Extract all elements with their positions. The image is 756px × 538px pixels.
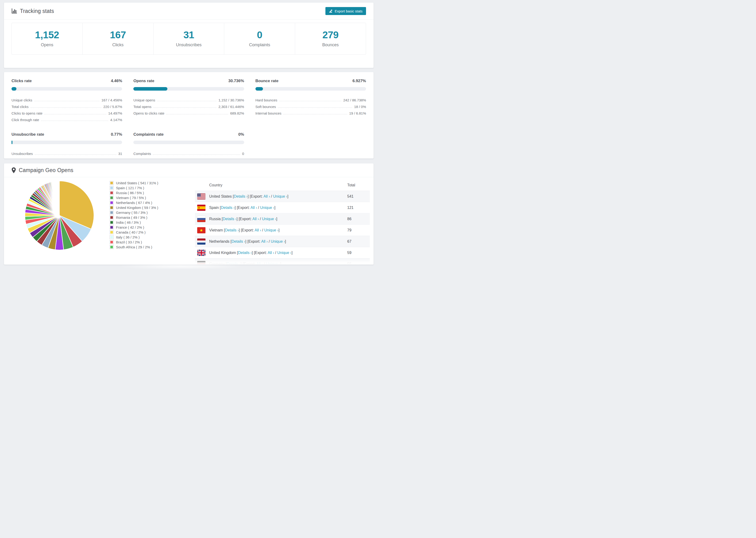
complaints-rate-bar xyxy=(134,140,244,144)
bounce-rate-bar xyxy=(255,87,366,91)
unsubscribes-count: 31 xyxy=(183,30,194,40)
rates-card: Clicks rate 4.46% Unique clicks167 / 4.4… xyxy=(4,72,374,159)
export-unique-link[interactable]: Unique › xyxy=(271,240,285,243)
legend-item: Brazil ( 33 / 2% ) xyxy=(110,240,158,244)
stat-bounces: 279 Bounces xyxy=(295,23,366,54)
legend-item: Spain ( 121 / 7% ) xyxy=(110,186,158,190)
country-total: 86 xyxy=(347,217,370,221)
metric-row: Soft bounces18 / 0% xyxy=(255,102,366,109)
metric-row: Hard bounces242 / 86.738% xyxy=(255,95,366,102)
complaints-rate-block: Complaints rate 0% Complaints0 xyxy=(134,132,244,156)
legend-item: Vietnam ( 79 / 5% ) xyxy=(110,195,158,200)
legend-item: Romania ( 49 / 3% ) xyxy=(110,215,158,220)
tracking-stats-header: Tracking stats Export basic stats xyxy=(4,3,374,20)
clicks-rate-bar xyxy=(12,87,122,91)
metric-row: Click through rate4.147% xyxy=(12,115,122,122)
details-link[interactable]: Details › xyxy=(221,206,235,210)
opens-count: 1,152 xyxy=(35,30,59,40)
clicks-count: 167 xyxy=(110,30,126,40)
page-glow xyxy=(115,264,246,269)
legend-item: United States ( 541 / 31% ) xyxy=(110,181,158,186)
campaign-geo-opens-card: Campaign Geo Opens United States ( 541 /… xyxy=(4,163,374,265)
complaints-rate-value: 0% xyxy=(238,132,244,137)
legend-item: Netherlands ( 67 / 4% ) xyxy=(110,200,158,205)
details-link[interactable]: Details › xyxy=(223,217,237,221)
flag-es-icon xyxy=(197,205,205,211)
table-row-vn: Vietnam [Details ›] [Export: All › / Uni… xyxy=(195,224,370,236)
legend-swatch xyxy=(110,191,114,195)
country-name: Vietnam xyxy=(209,228,223,232)
opens-rate-value: 30.736% xyxy=(229,79,244,83)
country-total: 67 xyxy=(347,240,370,243)
opens-rate-block: Opens rate 30.736% Unique opens1,152 / 3… xyxy=(134,79,244,122)
geo-opens-pie-chart xyxy=(24,180,95,251)
flag-ru-icon xyxy=(197,216,205,222)
export-all-link[interactable]: All › xyxy=(268,251,274,255)
flag-gb-icon xyxy=(197,250,205,256)
export-unique-link[interactable]: Unique › xyxy=(262,217,276,221)
details-link[interactable]: Details › xyxy=(234,194,248,198)
country-name: United Kingdom xyxy=(209,251,236,255)
bounce-rate-value: 6.927% xyxy=(352,79,366,83)
legend-swatch xyxy=(110,235,114,239)
legend-swatch xyxy=(110,220,114,224)
export-all-link[interactable]: All › xyxy=(250,206,257,210)
table-row-nl: Netherlands [Details ›] [Export: All › /… xyxy=(195,236,370,247)
complaints-count: 0 xyxy=(257,30,262,40)
legend-swatch xyxy=(110,240,114,244)
metric-row: Total clicks220 / 5.87% xyxy=(12,102,122,109)
legend-swatch xyxy=(110,211,114,215)
legend-swatch xyxy=(110,225,114,229)
geo-title: Campaign Geo Opens xyxy=(19,167,73,174)
export-unique-link[interactable]: Unique › xyxy=(264,228,278,232)
export-unique-link[interactable]: Unique › xyxy=(260,206,274,210)
stats-summary-row: 1,152 Opens 167 Clicks 31 Unsubscribes 0… xyxy=(12,23,366,55)
flag-nl-icon xyxy=(197,239,205,244)
table-header: Country Total xyxy=(195,180,370,190)
legend-item: Germany ( 55 / 3% ) xyxy=(110,210,158,215)
export-icon xyxy=(329,9,333,13)
legend-item: France ( 42 / 2% ) xyxy=(110,225,158,230)
country-name: United States xyxy=(209,194,232,198)
table-row-ru: Russia [Details ›] [Export: All › / Uniq… xyxy=(195,213,370,224)
country-total: 541 xyxy=(347,194,370,198)
export-unique-link[interactable]: Unique › xyxy=(273,194,287,198)
country-name: Russia xyxy=(209,217,221,221)
export-all-link[interactable]: All › xyxy=(263,194,270,198)
legend-swatch xyxy=(110,196,114,200)
metric-row: Unique opens1,152 / 30.736% xyxy=(134,95,244,102)
export-all-link[interactable]: All › xyxy=(261,240,268,243)
country-total: 79 xyxy=(347,228,370,232)
metric-row: Opens to clicks rate689.82% xyxy=(134,109,244,115)
export-all-link[interactable]: All › xyxy=(255,228,261,232)
legend-item: India ( 46 / 3% ) xyxy=(110,220,158,225)
details-link[interactable]: Details › xyxy=(238,251,252,255)
geo-country-table: Country Total United States [Details ›] … xyxy=(195,180,370,265)
table-row-gb: United Kingdom [Details ›] [Export: All … xyxy=(195,247,370,258)
clicks-rate-value: 4.46% xyxy=(111,79,122,83)
export-all-link[interactable]: All › xyxy=(252,217,259,221)
unsubscribe-rate-title: Unsubscribe rate xyxy=(12,132,44,137)
metric-row: Unsubscribes31 xyxy=(12,149,122,156)
country-total: 59 xyxy=(347,251,370,255)
details-link[interactable]: Details › xyxy=(225,228,239,232)
legend-swatch xyxy=(110,215,114,219)
legend-item: Canada ( 40 / 2% ) xyxy=(110,230,158,235)
geo-header: Campaign Geo Opens xyxy=(4,163,374,177)
stat-unsubscribes: 31 Unsubscribes xyxy=(153,23,225,54)
stat-opens: 1,152 Opens xyxy=(12,23,82,54)
stat-clicks: 167 Clicks xyxy=(82,23,153,54)
export-basic-stats-button[interactable]: Export basic stats xyxy=(325,7,366,15)
metric-row: Unique clicks167 / 4.456% xyxy=(12,95,122,102)
unsubscribe-rate-block: Unsubscribe rate 0.77% Unsubscribes31 xyxy=(12,132,122,156)
flag-vn-icon xyxy=(197,227,205,233)
legend-item: Italy ( 36 / 2% ) xyxy=(110,235,158,240)
stat-complaints: 0 Complaints xyxy=(224,23,295,54)
legend-item: United Kingdom ( 59 / 3% ) xyxy=(110,205,158,210)
geo-legend: United States ( 541 / 31% )Spain ( 121 /… xyxy=(110,181,158,249)
unsubscribe-rate-bar xyxy=(12,140,122,144)
table-row-es: Spain [Details ›] [Export: All › / Uniqu… xyxy=(195,202,370,213)
export-unique-link[interactable]: Unique › xyxy=(277,251,291,255)
details-link[interactable]: Details › xyxy=(232,240,245,243)
legend-swatch xyxy=(110,230,114,234)
